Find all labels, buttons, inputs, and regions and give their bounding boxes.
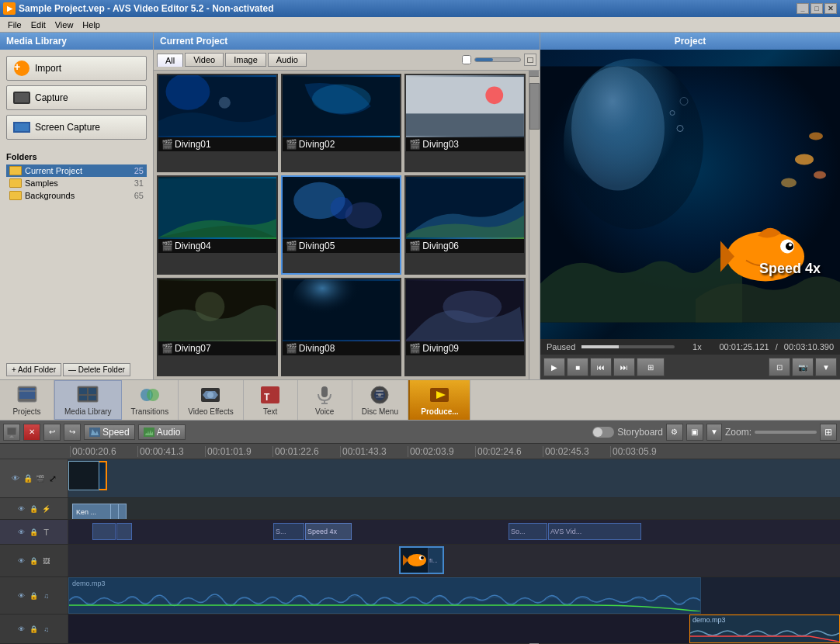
adjust-button[interactable]: ⤢ xyxy=(47,473,58,484)
playback-controls: ▶ ■ ⏮ ⏭ ⊞ ⊡ 📷 ▼ xyxy=(540,355,840,379)
minimize-button[interactable]: _ xyxy=(797,3,809,14)
capture-button[interactable]: Capture xyxy=(6,85,147,110)
toolbar-text[interactable]: T Text xyxy=(244,380,298,420)
scroll-thumb[interactable] xyxy=(529,83,540,130)
audio-button[interactable]: Audio xyxy=(138,424,186,440)
menu-edit[interactable]: Edit xyxy=(26,19,50,31)
maximize-grid-button[interactable]: □ xyxy=(524,54,536,66)
media-item-diving05[interactable]: 🎬 Diving05 xyxy=(281,175,402,274)
progress-bar[interactable] xyxy=(581,345,675,348)
toolbar-projects[interactable]: Projects xyxy=(0,380,54,420)
lock-button-effects[interactable]: 🔒 xyxy=(29,504,40,514)
size-slider-track[interactable] xyxy=(474,57,521,62)
delete-folder-button[interactable]: — Delete Folder xyxy=(63,363,130,376)
toolbar-transitions[interactable]: Transitions xyxy=(122,380,179,420)
media-item-diving09[interactable]: 🎬 Diving09 xyxy=(404,278,526,376)
settings-button[interactable]: ▼ xyxy=(815,358,837,376)
media-item-diving03[interactable]: 🎬 Diving03 xyxy=(404,74,526,172)
zoom-slider[interactable] xyxy=(755,431,817,434)
filter-video[interactable]: Video xyxy=(185,53,224,67)
fullscreen-button[interactable]: ⊞ xyxy=(637,358,665,376)
audio-track-1-content[interactable]: demo.mp3 xyxy=(68,577,840,614)
text-clip-avs[interactable]: AVS Vid... xyxy=(548,523,641,540)
zoom-button[interactable]: ⊡ xyxy=(769,358,790,376)
toolbar-disc-menu[interactable]: Disc Menu xyxy=(352,380,408,420)
eye-button-effects[interactable]: 👁 xyxy=(16,504,27,514)
eye-button[interactable]: 👁 xyxy=(10,473,21,484)
timeline-undo-button[interactable]: ↩ xyxy=(43,424,61,441)
text-clip[interactable] xyxy=(92,523,116,540)
play-button[interactable]: ▶ xyxy=(543,358,565,376)
snapshot-button[interactable]: 📷 xyxy=(792,358,814,376)
speed-button[interactable]: Speed xyxy=(84,424,135,440)
filter-image[interactable]: Image xyxy=(225,53,266,67)
timeline-marker-button[interactable] xyxy=(3,424,20,441)
eye-button-audio1[interactable]: 👁 xyxy=(16,590,27,601)
folder-current-project[interactable]: Current Project 25 xyxy=(6,164,147,177)
eye-button-audio2[interactable]: 👁 xyxy=(16,624,27,635)
toolbar-media-library[interactable]: Media Library xyxy=(54,380,122,420)
effect-ken2[interactable]: Ken ... xyxy=(72,504,111,519)
effects-track-content[interactable]: Glas... Ken Burns Ken Bur... Wave Ken ..… xyxy=(68,498,840,519)
media-item-diving07[interactable]: 🎬 Diving07 xyxy=(157,278,278,376)
text-clip-speed4x[interactable]: Speed 4x xyxy=(305,523,352,540)
toolbar-produce[interactable]: Produce... xyxy=(408,380,470,420)
media-item-diving06[interactable]: 🎬 Diving06 xyxy=(404,175,526,274)
text-clip[interactable] xyxy=(116,523,132,540)
add-folder-button[interactable]: + Add Folder xyxy=(6,363,61,376)
eye-button-text[interactable]: 👁 xyxy=(16,527,27,538)
folder-backgrounds[interactable]: Backgrounds 65 xyxy=(6,189,147,202)
folder-samples[interactable]: Samples 31 xyxy=(6,177,147,189)
media-item-diving08[interactable]: 🎬 Diving08 xyxy=(281,278,402,376)
audio-clip-1[interactable]: demo.mp3 xyxy=(68,577,701,614)
audio-clip-2[interactable]: demo.mp3 xyxy=(689,615,840,643)
title-bar-left: ▶ Sample Project.vep - AVS Video Editor … xyxy=(3,2,274,15)
effects-icon[interactable]: ⚡ xyxy=(41,504,52,514)
preview-title: Project xyxy=(540,33,840,50)
menu-help[interactable]: Help xyxy=(78,19,105,31)
lock-button-audio1[interactable]: 🔒 xyxy=(29,590,40,601)
filter-all[interactable]: All xyxy=(157,54,183,67)
image-track-header: 👁 🔒 🖼 xyxy=(0,545,68,576)
image-track-content[interactable]: fi... xyxy=(68,545,840,576)
lock-button-audio2[interactable]: 🔒 xyxy=(29,624,40,635)
next-button[interactable]: ⏭ xyxy=(613,358,635,376)
lock-button-text[interactable]: 🔒 xyxy=(29,527,40,538)
media-scrollbar[interactable] xyxy=(529,71,540,379)
video-track-content[interactable]: ⚙ ⚙ ⚙ D... ⚙ Div... xyxy=(68,459,840,497)
import-button[interactable]: + Import xyxy=(6,56,147,81)
menu-file[interactable]: File xyxy=(3,19,26,31)
timeline-redo-button[interactable]: ↪ xyxy=(64,424,81,441)
screen-capture-button[interactable]: Screen Capture xyxy=(6,115,147,140)
filter-checkbox[interactable] xyxy=(462,55,471,64)
prev-button[interactable]: ⏮ xyxy=(590,358,612,376)
filter-audio[interactable]: Audio xyxy=(268,53,307,67)
timeline-settings-btn[interactable]: ⚙ xyxy=(666,424,683,441)
stop-button[interactable]: ■ xyxy=(567,358,588,376)
close-button[interactable]: ✕ xyxy=(824,3,837,14)
text-clip-s[interactable]: S... xyxy=(273,523,304,540)
maximize-button[interactable]: □ xyxy=(810,3,823,14)
toggle-track[interactable] xyxy=(592,427,614,438)
media-item-diving02[interactable]: 🎬 Diving02 xyxy=(281,74,402,172)
film-button[interactable]: 🎬 xyxy=(35,473,46,484)
timeline-delete-button[interactable]: ✕ xyxy=(23,424,40,441)
toolbar-video-effects[interactable]: Video Effects xyxy=(179,380,244,420)
clip-item[interactable] xyxy=(68,461,99,490)
lock-button[interactable]: 🔒 xyxy=(23,473,33,484)
text-track-content[interactable]: S... Speed 4x So... AVS Vid... xyxy=(68,520,840,544)
media-library-title: Media Library xyxy=(0,33,153,50)
fish-clip[interactable]: fi... xyxy=(399,546,444,574)
media-item-diving01[interactable]: 🎬 Diving01 xyxy=(157,74,278,172)
timeline-more-btn[interactable]: ▼ xyxy=(706,424,722,441)
text-clip-so[interactable]: So... xyxy=(509,523,547,540)
audio-track-2-content[interactable]: demo.mp3 xyxy=(68,615,840,643)
media-item-diving04[interactable]: 🎬 Diving04 xyxy=(157,175,278,274)
toolbar-voice[interactable]: Voice xyxy=(298,380,352,420)
storyboard-toggle-control[interactable] xyxy=(592,427,614,438)
menu-view[interactable]: View xyxy=(50,19,78,31)
zoom-expand-button[interactable]: ⊞ xyxy=(820,424,837,441)
timeline-view-btn[interactable]: ▣ xyxy=(686,424,703,441)
eye-button-image[interactable]: 👁 xyxy=(16,556,27,566)
lock-button-image[interactable]: 🔒 xyxy=(29,556,40,566)
